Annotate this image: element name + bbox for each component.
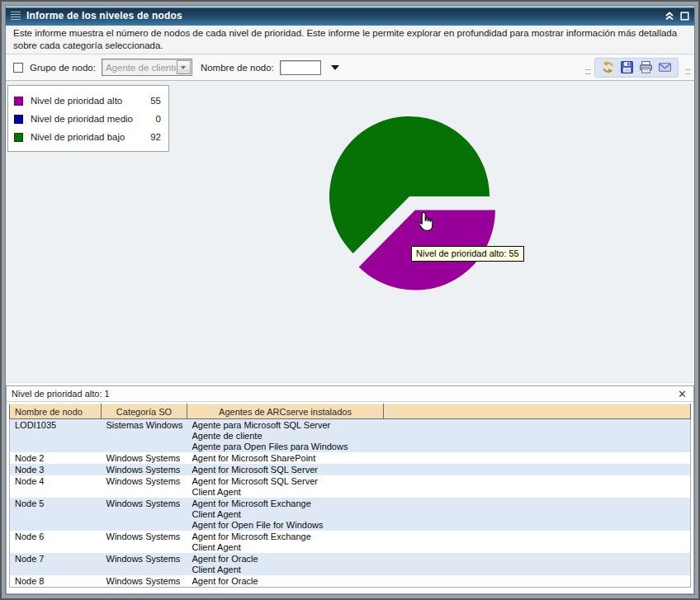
- refresh-icon[interactable]: [601, 60, 615, 74]
- legend-value: 92: [150, 132, 161, 142]
- email-icon[interactable]: [658, 60, 672, 74]
- table-row[interactable]: Node 7Windows SystemsAgent for OracleCli…: [10, 553, 691, 575]
- table-row[interactable]: Node 3Windows SystemsAgent for Microsoft…: [10, 464, 691, 475]
- cell-os: Windows Systems: [102, 452, 187, 464]
- column-header-empty: [384, 404, 691, 419]
- cell-agents: Agent for Microsoft ExchangeClient Agent…: [187, 498, 384, 531]
- group-label: Grupo de nodo:: [30, 63, 96, 73]
- legend-swatch-icon: [14, 115, 23, 124]
- table-row[interactable]: Node 5Windows SystemsAgent for Microsoft…: [10, 498, 691, 531]
- cell-node: Node 7: [10, 553, 102, 575]
- toolbar-section-grip: [685, 69, 691, 74]
- drilldown-table: Nombre de nodo Categoría SO Agentes de A…: [9, 404, 691, 588]
- table-row[interactable]: Node 8Windows SystemsAgent for Oracle: [10, 575, 691, 588]
- chart-tooltip: Nivel de prioridad alto: 55: [411, 246, 524, 262]
- cell-agents: Agente para Microsoft SQL ServerAgente d…: [187, 419, 384, 453]
- drilldown-panel: Nivel de prioridad alto: 1 ✕ Nombre de n…: [6, 385, 694, 594]
- cell-agents: Agent for Microsoft SharePoint: [187, 452, 384, 464]
- node-name-dropdown-icon[interactable]: [331, 65, 339, 70]
- cell-empty: [384, 464, 691, 475]
- cell-empty: [384, 575, 691, 588]
- column-header-agents[interactable]: Agentes de ARCserve instalados: [187, 404, 384, 419]
- legend-swatch-icon: [14, 133, 23, 142]
- table-row[interactable]: Node 2Windows SystemsAgent for Microsoft…: [10, 452, 691, 464]
- report-window: Informe de los niveles de nodos Este inf…: [5, 5, 695, 595]
- cell-node: Node 8: [10, 575, 102, 588]
- cell-empty: [384, 475, 691, 498]
- group-checkbox[interactable]: [13, 63, 23, 73]
- cell-os: Sistemas Windows: [102, 419, 187, 453]
- cell-node: LODI1035: [10, 419, 102, 453]
- cell-agents: Agent for Microsoft SQL ServerClient Age…: [187, 475, 384, 498]
- table-header-row: Nombre de nodo Categoría SO Agentes de A…: [10, 404, 691, 419]
- chart-area: Nivel de prioridad alto55Nivel de priori…: [6, 81, 694, 383]
- title-bar: Informe de los niveles de nodos: [6, 6, 694, 26]
- cell-os: Windows Systems: [102, 575, 187, 588]
- cell-os: Windows Systems: [102, 498, 187, 531]
- cursor-hand-icon: [416, 211, 436, 234]
- cell-node: Node 2: [10, 452, 102, 464]
- close-icon[interactable]: ✕: [676, 389, 688, 399]
- legend-value: 0: [156, 114, 161, 124]
- report-description: Este informe muestra el número de nodos …: [6, 26, 694, 54]
- pie-chart: [327, 111, 546, 301]
- cell-agents: Agent for Microsoft SQL Server: [187, 464, 384, 475]
- cell-agents: Agent for Oracle: [187, 575, 384, 588]
- select-dropdown-button[interactable]: [177, 60, 191, 74]
- table-row[interactable]: Node 6Windows SystemsAgent for Microsoft…: [10, 531, 691, 553]
- cell-agents: Agent for OracleClient Agent: [187, 553, 384, 575]
- chevron-double-up-icon[interactable]: [665, 11, 674, 21]
- cell-empty: [384, 452, 691, 464]
- group-select[interactable]: Agente de cliente: [102, 59, 192, 76]
- cell-empty: [384, 419, 691, 453]
- cell-os: Windows Systems: [102, 475, 187, 498]
- legend-label: Nivel de prioridad bajo: [31, 132, 125, 142]
- cell-node: Node 6: [10, 531, 102, 553]
- cell-agents: Agent for Microsoft ExchangeClient Agent: [187, 531, 384, 553]
- panel-title: Nivel de prioridad alto: 1: [12, 389, 110, 399]
- legend-item: Nivel de prioridad alto55: [14, 92, 161, 110]
- chart-legend: Nivel de prioridad alto55Nivel de priori…: [7, 85, 169, 152]
- grip-lines-icon[interactable]: [11, 12, 21, 21]
- legend-item: Nivel de prioridad bajo92: [14, 128, 161, 146]
- cell-node: Node 3: [10, 464, 102, 475]
- legend-item: Nivel de prioridad medio0: [14, 110, 161, 128]
- table-row[interactable]: Node 4Windows SystemsAgent for Microsoft…: [10, 475, 691, 498]
- page-title: Informe de los niveles de nodos: [26, 10, 182, 21]
- cell-os: Windows Systems: [102, 553, 187, 575]
- node-name-input[interactable]: [280, 60, 321, 75]
- legend-label: Nivel de prioridad medio: [31, 114, 133, 124]
- toolbar: Grupo de nodo: Agente de cliente Nombre …: [6, 54, 694, 81]
- panel-header: Nivel de prioridad alto: 1 ✕: [7, 386, 693, 402]
- cell-empty: [384, 553, 691, 575]
- cell-empty: [384, 498, 691, 531]
- window-frame: Informe de los niveles de nodos Este inf…: [0, 0, 700, 600]
- cell-os: Windows Systems: [102, 464, 187, 475]
- cell-empty: [384, 531, 691, 553]
- table-row[interactable]: LODI1035Sistemas WindowsAgente para Micr…: [10, 419, 691, 453]
- legend-label: Nivel de prioridad alto: [31, 96, 122, 106]
- save-icon[interactable]: [620, 60, 634, 74]
- toolbar-section-grip: [585, 69, 591, 74]
- report-actions: [594, 58, 679, 78]
- node-name-label: Nombre de nodo:: [201, 63, 274, 73]
- legend-swatch-icon: [14, 97, 23, 106]
- cell-node: Node 4: [10, 475, 102, 498]
- column-header-os[interactable]: Categoría SO: [102, 404, 187, 419]
- cell-node: Node 5: [10, 498, 102, 531]
- print-icon[interactable]: [639, 60, 653, 74]
- square-outline-icon[interactable]: [680, 12, 689, 21]
- legend-value: 55: [150, 96, 161, 106]
- chevron-down-icon: [181, 66, 186, 69]
- cell-os: Windows Systems: [102, 531, 187, 553]
- column-header-node[interactable]: Nombre de nodo: [10, 404, 102, 419]
